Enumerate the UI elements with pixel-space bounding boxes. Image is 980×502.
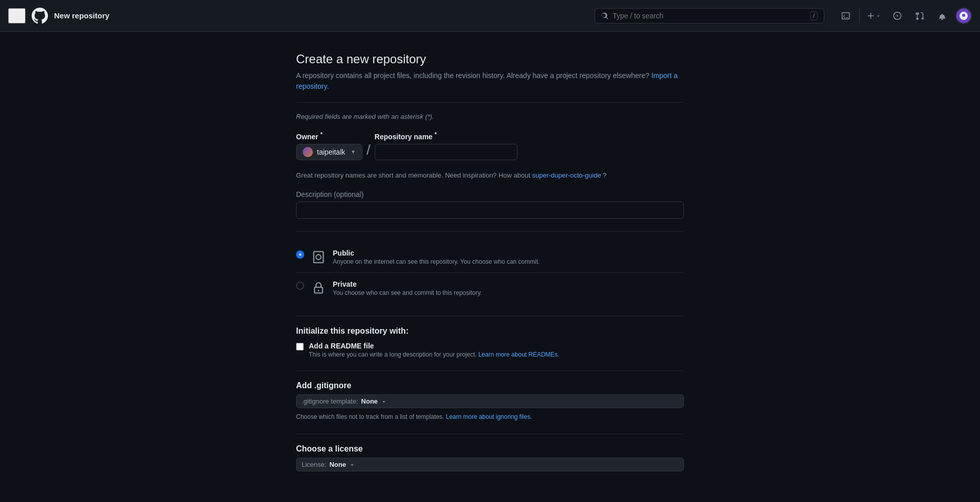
public-option[interactable]: Public Anyone on the internet can see th… (296, 242, 684, 272)
search-icon (601, 12, 608, 20)
repo-name-field-group: Repository name * (375, 131, 518, 160)
private-description: You choose who can see and commit to thi… (333, 289, 482, 296)
description-input[interactable] (296, 202, 684, 219)
chevron-down-icon: ▼ (351, 149, 356, 155)
public-icon (310, 249, 327, 265)
readme-link[interactable]: Learn more about READMEs. (478, 351, 559, 358)
notification-badge (968, 8, 972, 12)
nav-actions (837, 7, 972, 25)
gitignore-link[interactable]: Learn more about ignoring files. (446, 413, 532, 420)
license-title: Choose a license (296, 444, 684, 454)
private-icon (310, 280, 327, 296)
license-prefix: License: (302, 461, 326, 468)
notifications-button[interactable] (933, 7, 951, 25)
license-dropdown[interactable]: License: None (296, 458, 684, 471)
section-divider-5 (296, 434, 684, 434)
owner-dropdown[interactable]: taipeitalk ▼ (296, 144, 362, 160)
init-title: Initialize this repository with: (296, 327, 684, 336)
license-value: None (329, 461, 346, 468)
gitignore-value: None (361, 397, 378, 405)
slash-separator: / (366, 142, 371, 160)
new-item-button[interactable] (864, 9, 884, 23)
section-divider-3 (296, 316, 684, 316)
private-title: Private (333, 280, 482, 288)
section-divider-2 (296, 231, 684, 232)
readme-description: This is where you can write a long descr… (309, 351, 559, 358)
required-note: Required fields are marked with an aster… (296, 113, 684, 120)
public-title: Public (333, 249, 540, 257)
readme-label-group: Add a README file This is where you can … (309, 342, 559, 358)
page-description: A repository contains all project files,… (296, 70, 684, 92)
suggestion-link[interactable]: super-duper-octo-guide (532, 171, 601, 179)
private-text: Private You choose who can see and commi… (333, 280, 482, 296)
search-bar[interactable]: / (595, 8, 824, 23)
pull-requests-button[interactable] (911, 7, 929, 25)
owner-label: Owner * (296, 131, 362, 141)
description-field: Description (optional) (296, 190, 684, 219)
owner-name: taipeitalk (317, 148, 347, 156)
search-shortcut-badge: / (810, 11, 818, 20)
navbar: New repository / (0, 0, 980, 32)
owner-field-group: Owner * taipeitalk ▼ (296, 131, 362, 160)
hamburger-menu[interactable] (8, 8, 26, 23)
private-option[interactable]: Private You choose who can see and commi… (296, 272, 684, 304)
gitignore-description: Choose which files not to track from a l… (296, 412, 684, 421)
license-section: Choose a license License: None (296, 444, 684, 471)
suggestion-text: Great repository names are short and mem… (296, 170, 684, 181)
readme-label[interactable]: Add a README file (309, 342, 374, 350)
owner-avatar (303, 147, 313, 157)
form-container: Create a new repository A repository con… (296, 52, 684, 484)
owner-repo-row: Owner * taipeitalk ▼ / Repository name * (296, 131, 684, 160)
description-label: Description (optional) (296, 190, 684, 198)
avatar-button[interactable] (955, 8, 972, 24)
gitignore-title: Add .gitignore (296, 381, 684, 390)
public-text: Public Anyone on the internet can see th… (333, 249, 540, 265)
init-section: Initialize this repository with: Add a R… (296, 327, 684, 358)
section-divider-4 (296, 370, 684, 371)
section-divider-1 (296, 102, 684, 103)
github-logo (32, 8, 48, 24)
repo-label: Repository name * (375, 131, 518, 141)
readme-checkbox[interactable] (296, 343, 304, 350)
search-input[interactable] (612, 12, 805, 20)
gitignore-section: Add .gitignore .gitignore template: None… (296, 381, 684, 421)
gitignore-prefix: .gitignore template: (302, 397, 358, 405)
private-radio[interactable] (296, 282, 304, 290)
gitignore-dropdown[interactable]: .gitignore template: None (296, 394, 684, 408)
public-description: Anyone on the internet can see this repo… (333, 258, 540, 265)
public-radio[interactable] (296, 250, 304, 259)
nav-divider (859, 9, 860, 23)
repo-name-input[interactable] (375, 144, 518, 160)
terminal-button[interactable] (837, 7, 855, 25)
main-content: Create a new repository A repository con… (0, 32, 980, 502)
page-title-nav: New repository (54, 11, 109, 20)
gitignore-chevron-icon (381, 398, 387, 405)
visibility-section: Public Anyone on the internet can see th… (296, 242, 684, 304)
readme-row: Add a README file This is where you can … (296, 342, 684, 358)
page-heading: Create a new repository (296, 52, 684, 66)
license-chevron-icon (349, 462, 355, 468)
issues-button[interactable] (888, 7, 906, 25)
